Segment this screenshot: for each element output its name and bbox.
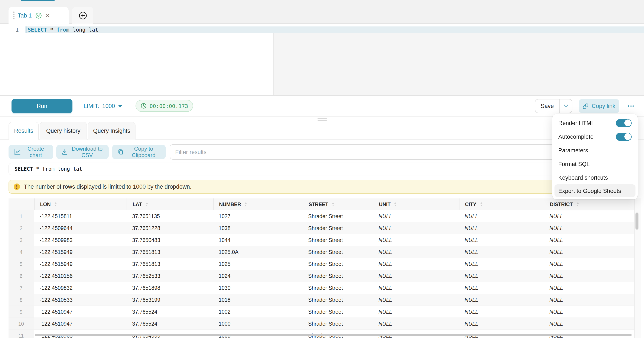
table-cell[interactable]: 1025.0A: [213, 246, 302, 258]
table-cell[interactable]: 37.7652533: [126, 270, 213, 282]
table-cell[interactable]: Shrader Street: [302, 234, 373, 246]
table-cell[interactable]: 37.7651813: [126, 246, 213, 258]
table-cell[interactable]: NULL: [373, 306, 459, 317]
table-cell[interactable]: Shrader Street: [302, 294, 373, 305]
tab-query-insights[interactable]: Query Insights: [88, 122, 136, 139]
table-cell[interactable]: NULL: [459, 318, 544, 329]
column-header-city[interactable]: CITY: [459, 199, 544, 210]
table-cell[interactable]: NULL: [544, 294, 630, 305]
table-cell[interactable]: NULL: [373, 246, 459, 258]
table-cell[interactable]: NULL: [544, 222, 630, 234]
autocomplete-toggle[interactable]: [616, 132, 632, 141]
table-cell[interactable]: NULL: [373, 258, 459, 270]
table-cell[interactable]: NULL: [630, 222, 634, 234]
run-button[interactable]: Run: [12, 99, 72, 113]
table-cell[interactable]: NULL: [373, 282, 459, 294]
save-button[interactable]: Save: [535, 99, 560, 113]
menu-item-parameters[interactable]: Parameters: [552, 143, 638, 157]
table-cell[interactable]: NULL: [459, 294, 544, 305]
render-html-toggle[interactable]: [616, 119, 632, 127]
table-cell[interactable]: NULL: [630, 234, 634, 246]
menu-item-keyboard-shortcuts[interactable]: Keyboard shortcuts: [552, 171, 638, 184]
table-cell[interactable]: Shrader Street: [302, 222, 373, 234]
table-cell[interactable]: 1030: [213, 282, 302, 294]
table-cell[interactable]: NULL: [459, 222, 544, 234]
table-cell[interactable]: NULL: [544, 282, 630, 294]
table-cell[interactable]: NULL: [630, 270, 634, 282]
panel-resize-handle[interactable]: [318, 118, 327, 121]
table-cell[interactable]: 1000: [213, 318, 302, 329]
menu-item-format-sql[interactable]: Format SQL: [552, 157, 638, 171]
save-options-button[interactable]: [560, 99, 572, 113]
table-cell[interactable]: -122.4515949: [34, 258, 126, 270]
table-cell[interactable]: NULL: [373, 222, 459, 234]
table-cell[interactable]: 1002: [213, 306, 302, 317]
table-cell[interactable]: 1044: [213, 234, 302, 246]
vertical-scrollbar-thumb[interactable]: [636, 213, 638, 230]
table-cell[interactable]: 1024: [213, 270, 302, 282]
table-cell[interactable]: 1038: [213, 222, 302, 234]
column-header-lat[interactable]: LAT: [126, 199, 213, 210]
table-cell[interactable]: NULL: [373, 294, 459, 305]
code-line[interactable]: SELECT * from long_lat: [28, 27, 98, 33]
table-cell[interactable]: Shrader Street: [302, 282, 373, 294]
table-cell[interactable]: Shrader Street: [302, 318, 373, 329]
table-cell[interactable]: -122.4515949: [34, 246, 126, 258]
table-cell[interactable]: NULL: [459, 270, 544, 282]
table-cell[interactable]: NULL: [373, 234, 459, 246]
table-cell[interactable]: NULL: [544, 270, 630, 282]
table-cell[interactable]: 1025: [213, 258, 302, 270]
create-chart-button[interactable]: Create chart: [8, 145, 53, 159]
table-cell[interactable]: NULL: [373, 270, 459, 282]
table-cell[interactable]: NULL: [373, 210, 459, 222]
menu-item-render-html[interactable]: Render HTML: [552, 116, 638, 130]
table-cell[interactable]: 37.7653199: [126, 294, 213, 305]
table-cell[interactable]: NULL: [459, 210, 544, 222]
more-options-button[interactable]: [625, 99, 637, 113]
column-header-unit[interactable]: UNIT: [373, 199, 459, 210]
table-cell[interactable]: 37.765524: [126, 306, 213, 317]
table-cell[interactable]: -122.4509644: [34, 222, 126, 234]
tab-query-history[interactable]: Query history: [40, 122, 87, 139]
column-header-district[interactable]: DISTRICT: [544, 199, 630, 210]
table-cell[interactable]: -122.4510156: [34, 270, 126, 282]
table-cell[interactable]: -122.4510947: [34, 318, 126, 329]
table-cell[interactable]: NULL: [630, 306, 634, 317]
table-cell[interactable]: NULL: [544, 318, 630, 329]
table-cell[interactable]: 37.7651898: [126, 282, 213, 294]
table-cell[interactable]: NULL: [459, 282, 544, 294]
tab-drag-handle-icon[interactable]: [13, 12, 14, 19]
table-cell[interactable]: Shrader Street: [302, 246, 373, 258]
table-cell[interactable]: NULL: [459, 246, 544, 258]
menu-item-export-google-sheets[interactable]: Export to Google Sheets: [554, 184, 636, 197]
column-header-street[interactable]: STREET: [302, 199, 373, 210]
column-header-re[interactable]: RE: [630, 199, 634, 210]
horizontal-scrollbar-thumb[interactable]: [35, 334, 632, 336]
table-cell[interactable]: 37.7651813: [126, 258, 213, 270]
table-cell[interactable]: 37.7651228: [126, 222, 213, 234]
table-cell[interactable]: NULL: [630, 210, 634, 222]
table-cell[interactable]: NULL: [544, 234, 630, 246]
tab-results[interactable]: Results: [8, 122, 39, 139]
table-cell[interactable]: Shrader Street: [302, 210, 373, 222]
table-cell[interactable]: Shrader Street: [302, 270, 373, 282]
table-cell[interactable]: NULL: [373, 318, 459, 329]
table-cell[interactable]: -122.4510947: [34, 306, 126, 317]
table-cell[interactable]: Shrader Street: [302, 258, 373, 270]
table-cell[interactable]: NULL: [544, 210, 630, 222]
table-cell[interactable]: NULL: [630, 246, 634, 258]
table-cell[interactable]: 37.7651135: [126, 210, 213, 222]
table-cell[interactable]: NULL: [544, 246, 630, 258]
table-cell[interactable]: NULL: [544, 306, 630, 317]
table-cell[interactable]: NULL: [459, 306, 544, 317]
table-cell[interactable]: 1018: [213, 294, 302, 305]
limit-dropdown[interactable]: LIMIT: 1000: [84, 99, 122, 113]
table-cell[interactable]: 1027: [213, 210, 302, 222]
copy-link-button[interactable]: Copy link: [579, 99, 619, 113]
download-csv-button[interactable]: Download to CSV: [56, 145, 109, 159]
table-cell[interactable]: Shrader Street: [302, 306, 373, 317]
table-cell[interactable]: -122.4515811: [34, 210, 126, 222]
table-cell[interactable]: NULL: [459, 258, 544, 270]
table-cell[interactable]: -122.4510533: [34, 294, 126, 305]
table-cell[interactable]: NULL: [544, 258, 630, 270]
